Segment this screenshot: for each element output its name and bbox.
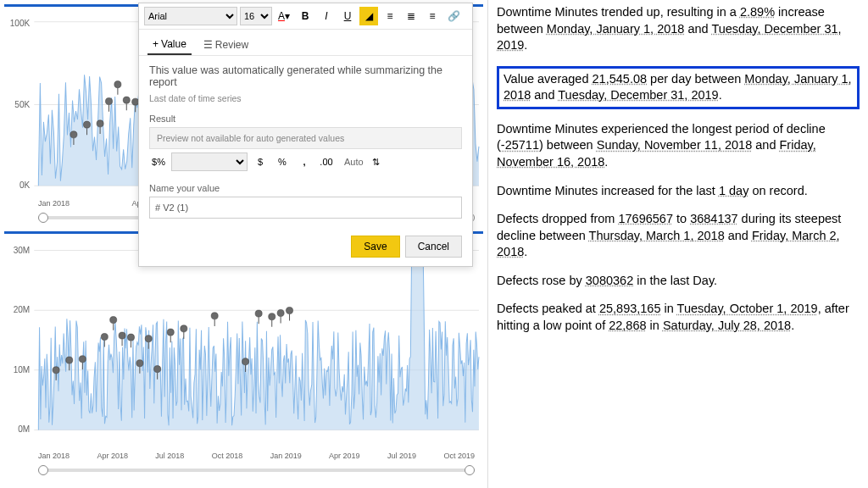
currency-button[interactable]: $ bbox=[251, 152, 270, 171]
popup-tabs: +Value ☰Review bbox=[139, 30, 472, 56]
svg-point-39 bbox=[110, 317, 117, 324]
narrative-item: Value averaged 21,545.08 per day between… bbox=[497, 66, 860, 109]
value-name-input[interactable] bbox=[149, 197, 462, 219]
narrative-item: Downtime Minutes trended up, resulting i… bbox=[497, 4, 860, 54]
format-type-icon: $% bbox=[149, 152, 168, 171]
svg-point-55 bbox=[211, 313, 218, 319]
underline-button[interactable]: U bbox=[338, 7, 357, 25]
font-color-button[interactable]: A▾ bbox=[275, 7, 293, 25]
align-right-button[interactable]: ≡ bbox=[423, 7, 442, 25]
svg-point-43 bbox=[127, 334, 134, 341]
narrative-panel: Downtime Minutes trended up, resulting i… bbox=[487, 0, 868, 488]
name-label: Name your value bbox=[149, 183, 462, 193]
svg-point-7 bbox=[97, 120, 103, 127]
highlight-button[interactable]: ◢ bbox=[359, 7, 378, 25]
thousands-button[interactable]: , bbox=[295, 152, 314, 171]
x-tick: Jul 2019 bbox=[387, 452, 416, 460]
chart-defects: 30M 20M 10M 0M Jan 2018 Apr 2018 Jul 201… bbox=[4, 231, 483, 477]
svg-point-13 bbox=[123, 97, 130, 103]
save-button[interactable]: Save bbox=[351, 236, 399, 258]
chart2-x-axis: Jan 2018 Apr 2018 Jul 2018 Oct 2018 Jan … bbox=[4, 452, 483, 463]
svg-point-11 bbox=[114, 81, 121, 88]
x-tick: Jan 2018 bbox=[38, 199, 70, 208]
tab-review[interactable]: ☰Review bbox=[198, 35, 253, 55]
value-editor-popup: Arial 16 A▾ B I U ◢ ≡ ≣ ≡ 🔗 +Value ☰Revi… bbox=[138, 3, 473, 267]
svg-point-65 bbox=[286, 307, 292, 313]
format-select[interactable] bbox=[171, 152, 248, 171]
font-size-select[interactable]: 16 bbox=[240, 7, 272, 25]
bold-button[interactable]: B bbox=[296, 7, 314, 25]
svg-point-9 bbox=[105, 98, 112, 105]
svg-point-33 bbox=[66, 357, 73, 363]
decimal-button[interactable]: .00 bbox=[317, 152, 336, 171]
popup-sub-description: Last date of time series bbox=[149, 93, 462, 103]
italic-button[interactable]: I bbox=[317, 7, 336, 25]
y-tick: 10M bbox=[14, 365, 31, 374]
slider-thumb-right[interactable] bbox=[465, 465, 475, 475]
slider-thumb-left[interactable] bbox=[38, 213, 48, 223]
narrative-item: Defects peaked at 25,893,165 in Tuesday,… bbox=[497, 301, 860, 334]
auto-stepper[interactable]: ⇅ bbox=[367, 152, 386, 171]
y-tick: 0K bbox=[19, 180, 31, 190]
x-tick: Jan 2019 bbox=[270, 452, 302, 460]
y-tick: 30M bbox=[14, 246, 31, 255]
percent-button[interactable]: % bbox=[273, 152, 292, 171]
narrative-item: Downtime Minutes increased for the last … bbox=[497, 183, 860, 200]
svg-point-5 bbox=[83, 121, 90, 128]
svg-point-31 bbox=[53, 367, 59, 374]
narrative-item: Defects rose by 3080362 in the last Day. bbox=[497, 273, 860, 290]
narrative-item: Defects dropped from 17696567 to 3684137… bbox=[497, 211, 860, 261]
svg-point-41 bbox=[119, 332, 125, 339]
auto-label: Auto bbox=[344, 157, 364, 167]
svg-point-61 bbox=[269, 313, 275, 320]
svg-point-57 bbox=[242, 358, 249, 365]
svg-point-63 bbox=[277, 309, 284, 316]
time-slider[interactable] bbox=[38, 469, 475, 472]
y-tick: 0M bbox=[18, 424, 30, 434]
svg-point-37 bbox=[101, 333, 108, 340]
slider-thumb-left[interactable] bbox=[38, 465, 48, 475]
narrative-item: Downtime Minutes experienced the longest… bbox=[497, 121, 860, 171]
cancel-button[interactable]: Cancel bbox=[405, 236, 462, 258]
svg-point-45 bbox=[136, 360, 143, 367]
svg-point-51 bbox=[167, 329, 174, 336]
link-button[interactable]: 🔗 bbox=[444, 7, 463, 25]
align-left-button[interactable]: ≡ bbox=[381, 7, 399, 25]
font-select[interactable]: Arial bbox=[144, 7, 237, 25]
y-tick: 50K bbox=[14, 100, 30, 109]
x-tick: Oct 2018 bbox=[212, 452, 243, 460]
x-tick: Apr 2018 bbox=[97, 452, 128, 460]
y-tick: 20M bbox=[14, 305, 31, 314]
x-tick: Jul 2018 bbox=[155, 452, 184, 460]
result-preview: Preview not available for auto generated… bbox=[149, 127, 462, 149]
svg-point-35 bbox=[79, 356, 86, 363]
x-tick: Jan 2018 bbox=[38, 452, 70, 460]
format-toolbar: Arial 16 A▾ B I U ◢ ≡ ≣ ≡ 🔗 bbox=[139, 3, 472, 30]
svg-point-3 bbox=[70, 131, 77, 138]
popup-description: This value was automatically generated w… bbox=[149, 64, 462, 88]
result-label: Result bbox=[149, 114, 462, 124]
svg-point-53 bbox=[181, 325, 187, 332]
align-center-button[interactable]: ≣ bbox=[402, 7, 420, 25]
tab-value[interactable]: +Value bbox=[147, 35, 192, 55]
x-tick: Apr 2019 bbox=[329, 452, 360, 460]
svg-point-59 bbox=[255, 310, 262, 317]
svg-point-47 bbox=[145, 336, 152, 342]
svg-point-49 bbox=[154, 366, 161, 373]
y-tick: 100K bbox=[10, 19, 31, 28]
x-tick: Oct 2019 bbox=[443, 452, 475, 460]
